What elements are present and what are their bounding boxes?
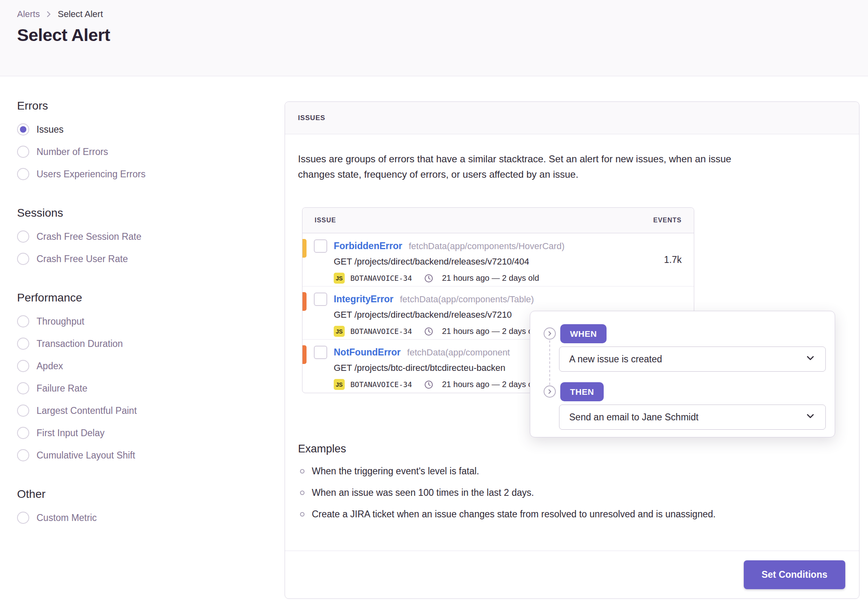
radio-icon[interactable] [17, 253, 29, 265]
sidebar-section-errors: Errors Issues Number of Errors Users Exp… [17, 99, 208, 181]
issue-culprit: fetchData(app/component [407, 347, 510, 358]
then-action-select[interactable]: Send an email to Jane Schmidt [559, 405, 826, 430]
bullet-icon [300, 512, 304, 517]
radio-option-users-experiencing-errors[interactable]: Users Experiencing Errors [17, 168, 208, 181]
sidebar-section-other: Other Custom Metric [17, 488, 208, 524]
radio-option-custom-metric[interactable]: Custom Metric [17, 511, 208, 524]
section-heading-errors: Errors [17, 99, 208, 112]
radio-option-number-of-errors[interactable]: Number of Errors [17, 145, 208, 158]
radio-option-largest-contentful-paint[interactable]: Largest Contentful Paint [17, 404, 208, 417]
radio-icon[interactable] [17, 315, 29, 327]
radio-option-crash-free-user-rate[interactable]: Crash Free User Rate [17, 252, 208, 265]
then-badge: THEN [560, 382, 604, 401]
issues-description: Issues are groups of errors that have a … [298, 151, 843, 182]
radio-label: Apdex [37, 361, 63, 372]
panel-footer: Set Conditions [285, 551, 859, 598]
issue-path: GET /projects/direct/backend/releases/v7… [334, 256, 682, 267]
when-condition-select[interactable]: A new issue is created [559, 347, 826, 372]
sidebar-section-sessions: Sessions Crash Free Session Rate Crash F… [17, 207, 208, 265]
radio-label: Largest Contentful Paint [37, 405, 137, 416]
javascript-platform-icon: JS [334, 326, 345, 337]
radio-label: Crash Free User Rate [37, 254, 128, 265]
example-text: When an issue was seen 100 times in the … [312, 487, 534, 498]
radio-label: First Input Delay [37, 428, 104, 439]
issue-checkbox[interactable] [314, 346, 327, 359]
breadcrumb-alerts-link[interactable]: Alerts [17, 9, 40, 19]
radio-option-transaction-duration[interactable]: Transaction Duration [17, 337, 208, 350]
radio-option-crash-free-session-rate[interactable]: Crash Free Session Rate [17, 230, 208, 243]
radio-label: Custom Metric [37, 512, 97, 523]
then-action-value: Send an email to Jane Schmidt [569, 412, 698, 423]
issues-panel-header: ISSUES [285, 102, 859, 134]
issue-short-id: BOTANAVOICE-34 [350, 380, 412, 389]
radio-icon[interactable] [17, 382, 29, 394]
issues-table-header: ISSUE EVENTS [302, 208, 694, 233]
radio-icon[interactable] [17, 449, 29, 461]
radio-icon[interactable] [17, 360, 29, 372]
javascript-platform-icon: JS [334, 273, 345, 284]
examples-section: Examples When the triggering event's lev… [298, 443, 859, 520]
list-item: Create a JIRA ticket when an issue chang… [298, 508, 859, 520]
radio-label: Transaction Duration [37, 338, 123, 349]
page-header: Alerts Select Alert Select Alert [0, 0, 868, 76]
radio-option-failure-rate[interactable]: Failure Rate [17, 382, 208, 395]
issues-description-line-2: changes state, frequency of errors, or u… [298, 167, 843, 182]
list-item: When an issue was seen 100 times in the … [298, 487, 859, 498]
sidebar-section-performance: Performance Throughput Transaction Durat… [17, 291, 208, 462]
radio-icon[interactable] [17, 168, 29, 180]
chevron-right-icon [45, 11, 52, 17]
issue-checkbox[interactable] [314, 293, 327, 306]
radio-option-apdex[interactable]: Apdex [17, 359, 208, 372]
issue-short-id: BOTANAVOICE-34 [350, 274, 412, 282]
radio-option-first-input-delay[interactable]: First Input Delay [17, 426, 208, 439]
radio-icon[interactable] [17, 338, 29, 350]
issue-checkbox[interactable] [314, 239, 327, 253]
chevron-right-circle-icon [544, 327, 556, 340]
radio-label: Crash Free Session Rate [37, 231, 141, 242]
examples-heading: Examples [298, 443, 859, 455]
radio-icon[interactable] [17, 146, 29, 158]
when-badge: WHEN [560, 324, 607, 343]
issue-title-link[interactable]: NotFoundError [334, 347, 401, 358]
set-conditions-button[interactable]: Set Conditions [744, 560, 845, 589]
radio-selected-icon[interactable] [17, 123, 29, 136]
issue-short-id: BOTANAVOICE-34 [350, 327, 412, 336]
section-heading-sessions: Sessions [17, 207, 208, 220]
issue-title-link[interactable]: IntegrityError [334, 294, 393, 305]
page-title: Select Alert [17, 25, 110, 45]
radio-option-throughput[interactable]: Throughput [17, 315, 208, 328]
list-item: When the triggering event's level is fat… [298, 465, 859, 477]
column-header-issue: ISSUE [315, 217, 336, 224]
issue-culprit: fetchData(app/components/HoverCard) [409, 241, 565, 252]
radio-label: Throughput [37, 316, 84, 327]
table-row: ForbiddenError fetchData(app/components/… [302, 233, 694, 286]
chevron-down-icon [805, 411, 816, 424]
radio-icon[interactable] [17, 427, 29, 439]
example-text: When the triggering event's level is fat… [312, 465, 479, 477]
issue-age: 21 hours ago — 2 days old [442, 327, 539, 336]
issues-panel-title: ISSUES [298, 114, 325, 122]
issue-level-indicator [302, 239, 307, 258]
radio-option-issues[interactable]: Issues [17, 123, 208, 136]
section-heading-other: Other [17, 488, 208, 501]
radio-icon[interactable] [17, 230, 29, 243]
chevron-right-circle-icon [544, 385, 556, 398]
clock-icon [424, 380, 433, 389]
issue-culprit: fetchData(app/components/Table) [400, 294, 534, 305]
issue-events-count: 1.7k [664, 254, 682, 265]
radio-icon[interactable] [17, 512, 29, 524]
when-condition-value: A new issue is created [569, 354, 662, 365]
issue-title-link[interactable]: ForbiddenError [334, 241, 402, 252]
radio-icon[interactable] [17, 405, 29, 417]
example-text: Create a JIRA ticket when an issue chang… [312, 508, 716, 520]
radio-label: Issues [37, 124, 63, 135]
issue-age: 21 hours ago — 2 days old [442, 273, 539, 283]
when-then-overlay: WHEN A new issue is created THEN Send an… [530, 311, 835, 437]
radio-label: Number of Errors [37, 146, 108, 157]
connector-dotted-line [549, 340, 550, 389]
issues-description-line-1: Issues are groups of errors that have a … [298, 151, 843, 167]
radio-label: Cumulative Layout Shift [37, 450, 135, 461]
issue-age: 21 hours ago — 2 days old [442, 380, 539, 389]
radio-option-cumulative-layout-shift[interactable]: Cumulative Layout Shift [17, 449, 208, 462]
clock-icon [424, 274, 433, 283]
